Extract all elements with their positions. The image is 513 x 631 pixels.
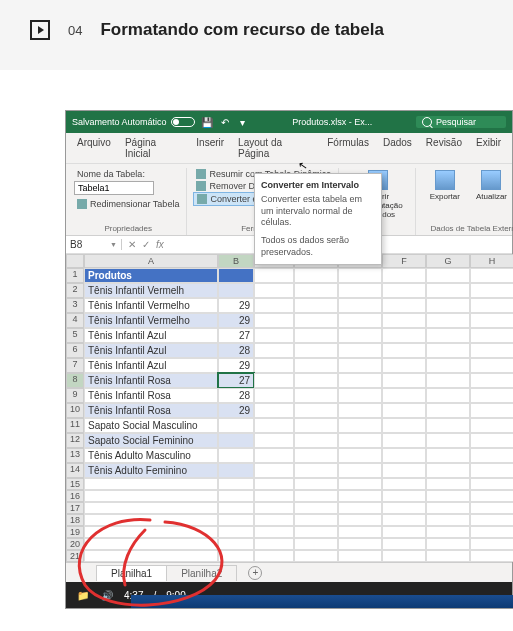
cell[interactable] bbox=[294, 448, 338, 463]
cell[interactable] bbox=[382, 298, 426, 313]
cell[interactable] bbox=[470, 373, 513, 388]
cell[interactable] bbox=[254, 490, 294, 502]
cell[interactable] bbox=[84, 514, 218, 526]
cell[interactable] bbox=[218, 526, 254, 538]
cell[interactable] bbox=[470, 514, 513, 526]
menu-revisao[interactable]: Revisão bbox=[419, 133, 469, 163]
cell[interactable] bbox=[382, 343, 426, 358]
cell[interactable] bbox=[338, 343, 382, 358]
row-header[interactable]: 15 bbox=[66, 478, 84, 490]
cell[interactable] bbox=[338, 478, 382, 490]
cell[interactable] bbox=[338, 373, 382, 388]
cell[interactable] bbox=[254, 298, 294, 313]
cell[interactable] bbox=[470, 268, 513, 283]
cell[interactable] bbox=[218, 502, 254, 514]
menu-pagina-inicial[interactable]: Página Inicial bbox=[118, 133, 189, 163]
menu-inserir[interactable]: Inserir bbox=[189, 133, 231, 163]
cell[interactable] bbox=[382, 433, 426, 448]
cell[interactable] bbox=[254, 268, 294, 283]
cell[interactable]: Sapato Social Feminino bbox=[84, 433, 218, 448]
name-box[interactable]: B8▼ bbox=[66, 239, 122, 250]
cell[interactable] bbox=[470, 328, 513, 343]
cell[interactable] bbox=[294, 463, 338, 478]
cell[interactable] bbox=[426, 358, 470, 373]
row-header[interactable]: 8 bbox=[66, 373, 84, 388]
search-box[interactable]: Pesquisar bbox=[416, 116, 506, 128]
cell[interactable] bbox=[426, 283, 470, 298]
cell[interactable] bbox=[294, 268, 338, 283]
cell[interactable] bbox=[84, 478, 218, 490]
menu-exibir[interactable]: Exibir bbox=[469, 133, 508, 163]
cell[interactable] bbox=[84, 538, 218, 550]
cell[interactable] bbox=[426, 478, 470, 490]
row-header[interactable]: 18 bbox=[66, 514, 84, 526]
sheet-tab-2[interactable]: Planilha2 bbox=[166, 565, 237, 581]
export-button[interactable]: Exportar bbox=[422, 168, 468, 206]
cell[interactable] bbox=[470, 463, 513, 478]
cell[interactable] bbox=[294, 550, 338, 562]
cell[interactable] bbox=[382, 478, 426, 490]
cell[interactable] bbox=[470, 526, 513, 538]
cell[interactable]: Tênis Infantil Vermelh bbox=[84, 283, 218, 298]
cell[interactable] bbox=[254, 373, 294, 388]
cell[interactable] bbox=[294, 328, 338, 343]
cell[interactable] bbox=[254, 313, 294, 328]
cell[interactable] bbox=[470, 343, 513, 358]
cell[interactable] bbox=[218, 538, 254, 550]
menu-formulas[interactable]: Fórmulas bbox=[320, 133, 376, 163]
cell[interactable] bbox=[382, 514, 426, 526]
cell[interactable] bbox=[470, 283, 513, 298]
cell[interactable] bbox=[338, 418, 382, 433]
cell[interactable] bbox=[382, 538, 426, 550]
cell[interactable] bbox=[254, 463, 294, 478]
cell[interactable] bbox=[254, 403, 294, 418]
cell[interactable]: Tênis Infantil Azul bbox=[84, 328, 218, 343]
cell[interactable] bbox=[338, 388, 382, 403]
cell-selected[interactable]: 27 bbox=[218, 373, 254, 388]
cell[interactable] bbox=[338, 538, 382, 550]
cell[interactable]: Sapato Social Masculino bbox=[84, 418, 218, 433]
cell[interactable] bbox=[426, 538, 470, 550]
cell[interactable] bbox=[84, 490, 218, 502]
cell[interactable] bbox=[470, 418, 513, 433]
cell[interactable] bbox=[218, 514, 254, 526]
cell[interactable]: 28 bbox=[218, 388, 254, 403]
cell[interactable]: Tênis Infantil Rosa bbox=[84, 403, 218, 418]
cell[interactable] bbox=[382, 313, 426, 328]
cell[interactable] bbox=[338, 526, 382, 538]
cell[interactable] bbox=[382, 463, 426, 478]
row-header[interactable]: 14 bbox=[66, 463, 84, 478]
cell[interactable] bbox=[426, 298, 470, 313]
cell[interactable] bbox=[338, 550, 382, 562]
cell[interactable] bbox=[426, 388, 470, 403]
cell[interactable] bbox=[470, 502, 513, 514]
cell[interactable] bbox=[254, 343, 294, 358]
cell[interactable] bbox=[338, 502, 382, 514]
cell[interactable]: 27 bbox=[218, 328, 254, 343]
autosave-toggle[interactable]: Salvamento Automático bbox=[72, 117, 195, 127]
row-header[interactable]: 2 bbox=[66, 283, 84, 298]
cell[interactable] bbox=[294, 298, 338, 313]
cell[interactable]: 28 bbox=[218, 343, 254, 358]
cell[interactable] bbox=[218, 448, 254, 463]
cell[interactable] bbox=[338, 298, 382, 313]
cell[interactable] bbox=[470, 298, 513, 313]
cell[interactable] bbox=[470, 433, 513, 448]
cell[interactable] bbox=[254, 550, 294, 562]
save-icon[interactable]: 💾 bbox=[201, 116, 213, 128]
row-header[interactable]: 1 bbox=[66, 268, 84, 283]
cell[interactable] bbox=[382, 388, 426, 403]
cell[interactable] bbox=[218, 268, 254, 283]
cell[interactable]: 29 bbox=[218, 403, 254, 418]
windows-taskbar[interactable] bbox=[131, 595, 513, 608]
undo-icon[interactable]: ↶ bbox=[219, 116, 231, 128]
menu-dados[interactable]: Dados bbox=[376, 133, 419, 163]
cell[interactable] bbox=[254, 502, 294, 514]
cell[interactable] bbox=[382, 418, 426, 433]
cell[interactable] bbox=[382, 526, 426, 538]
cell[interactable] bbox=[382, 358, 426, 373]
cell[interactable] bbox=[294, 514, 338, 526]
row-header[interactable]: 5 bbox=[66, 328, 84, 343]
row-header[interactable]: 9 bbox=[66, 388, 84, 403]
cell[interactable] bbox=[470, 358, 513, 373]
